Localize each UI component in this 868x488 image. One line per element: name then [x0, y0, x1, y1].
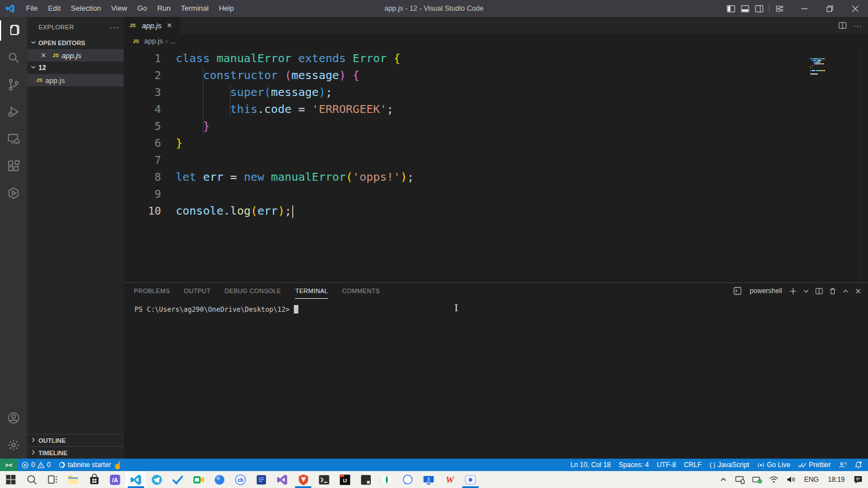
clock[interactable]: 18:19: [825, 476, 848, 483]
close-tab-icon[interactable]: ✕: [165, 21, 174, 29]
activity-run-debug-icon[interactable]: [0, 98, 27, 125]
code-editor[interactable]: 1class manualError extends Error {2 cons…: [124, 49, 868, 282]
terminal-shell-icon: [734, 287, 741, 295]
feedback-button[interactable]: [835, 459, 850, 471]
show-hidden-icons-button[interactable]: [717, 471, 730, 488]
toggle-sidebar-icon[interactable]: [727, 5, 735, 13]
menu-help[interactable]: Help: [214, 0, 239, 17]
editor-more-actions-icon[interactable]: ···: [853, 21, 862, 30]
taskbar-blue-check-app-icon[interactable]: [167, 471, 188, 488]
eol-status[interactable]: CRLF: [680, 459, 705, 471]
maximize-panel-icon[interactable]: [843, 288, 849, 294]
breadcrumb-symbol[interactable]: ...: [170, 37, 176, 45]
explorer-more-actions-icon[interactable]: ···: [110, 23, 119, 32]
tab-appjs[interactable]: JS app.js ✕: [124, 17, 180, 34]
open-editor-item-appjs[interactable]: ✕ JS app.js: [27, 49, 124, 62]
cast-device-icon[interactable]: [734, 471, 747, 488]
menu-file[interactable]: File: [21, 0, 43, 17]
activity-source-control-icon[interactable]: [0, 71, 27, 98]
terminal[interactable]: PS C:\Users\ag290\OneDrive\Desktop\12> I: [124, 299, 868, 459]
panel-tab-problems[interactable]: PROBLEMS: [134, 284, 170, 299]
outline-section[interactable]: OUTLINE: [27, 434, 124, 446]
taskbar-leaf-app-icon[interactable]: [376, 471, 397, 488]
taskbar-blue-circle-app-icon[interactable]: [209, 471, 230, 488]
taskbar-signal-icon[interactable]: [397, 471, 418, 488]
split-editor-icon[interactable]: [839, 21, 847, 29]
panel-tab-output[interactable]: OUTPUT: [184, 284, 211, 299]
toggle-panel-icon[interactable]: [741, 5, 749, 13]
menu-terminal[interactable]: Terminal: [176, 0, 214, 17]
taskbar-dark-app-icon[interactable]: [355, 471, 376, 488]
taskbar-start-icon[interactable]: [0, 471, 21, 488]
problems-status[interactable]: 0 0: [18, 459, 54, 471]
taskbar-file-explorer-icon[interactable]: [63, 471, 84, 488]
activity-search-icon[interactable]: [0, 44, 27, 71]
scrollbar-track[interactable]: [860, 49, 860, 282]
taskbar-telegram-icon[interactable]: [146, 471, 167, 488]
language-status[interactable]: { } JavaScript: [706, 459, 753, 471]
remote-indicator[interactable]: ><: [0, 459, 18, 471]
menu-go[interactable]: Go: [132, 0, 152, 17]
braces-icon: { }: [710, 461, 715, 468]
minimize-button[interactable]: [792, 0, 817, 17]
new-terminal-icon[interactable]: [789, 287, 797, 295]
system-tray: ENG 18:19: [717, 471, 868, 488]
taskbar-shield-app-icon[interactable]: [293, 471, 314, 488]
taskbar-vscode-icon[interactable]: [125, 471, 146, 488]
launch-profile-chevron-icon[interactable]: [803, 288, 809, 294]
customize-layout-icon[interactable]: [775, 5, 784, 13]
toggle-secondary-sidebar-icon[interactable]: [755, 5, 763, 13]
tabnine-status[interactable]: tabnine starter ☝: [55, 459, 127, 471]
cursor-position-status[interactable]: Ln 10, Col 18: [566, 459, 614, 471]
taskbar-taskbar-search-icon[interactable]: [21, 471, 42, 488]
activity-account-icon[interactable]: [0, 404, 27, 432]
menu-view[interactable]: View: [106, 0, 132, 17]
input-language[interactable]: ENG: [801, 476, 822, 483]
taskbar-purple-a-app-icon[interactable]: /A: [105, 471, 125, 488]
activity-hexagon-play-icon[interactable]: [0, 180, 27, 207]
kill-terminal-trash-icon[interactable]: [829, 287, 836, 295]
panel-tab-debug-console[interactable]: DEBUG CONSOLE: [225, 284, 281, 299]
taskbar-store-icon[interactable]: [84, 471, 105, 488]
prettier-status[interactable]: Prettier: [794, 459, 835, 471]
taskbar-command-prompt-icon[interactable]: [314, 471, 335, 488]
taskbar-task-view-icon[interactable]: [42, 471, 63, 488]
activity-settings-icon[interactable]: [0, 432, 27, 459]
taskbar-visual-studio-icon[interactable]: [272, 471, 293, 488]
wifi-icon[interactable]: [767, 471, 781, 488]
indentation-status[interactable]: Spaces: 4: [615, 459, 653, 471]
notifications-button[interactable]: [850, 459, 868, 471]
taskbar-screen-recorder-icon[interactable]: [460, 471, 481, 488]
taskbar-meet-icon[interactable]: [188, 471, 209, 488]
encoding-status[interactable]: UTF-8: [653, 459, 680, 471]
open-editors-section[interactable]: OPEN EDITORS: [27, 37, 124, 49]
menu-selection[interactable]: Selection: [66, 0, 106, 17]
action-center-icon[interactable]: [851, 471, 865, 488]
menu-run[interactable]: Run: [152, 0, 176, 17]
taskbar-remote-desktop-icon[interactable]: [418, 471, 439, 488]
taskbar-cb-app-icon[interactable]: cb: [230, 471, 251, 488]
close-panel-icon[interactable]: [855, 288, 861, 294]
file-item-appjs[interactable]: JS app.js: [27, 74, 124, 86]
taskbar-intellij-icon[interactable]: IJ: [335, 471, 355, 488]
menu-edit[interactable]: Edit: [43, 0, 66, 17]
taskbar-blue-document-app-icon[interactable]: [251, 471, 272, 488]
restore-button[interactable]: [817, 0, 843, 17]
shell-label[interactable]: powershell: [750, 287, 782, 295]
taskbar-wps-office-icon[interactable]: W: [439, 471, 460, 488]
folder-section-12[interactable]: 12: [27, 62, 124, 74]
close-editor-icon[interactable]: ✕: [39, 51, 48, 59]
go-live-status[interactable]: Go Live: [753, 459, 794, 471]
minimap[interactable]: [810, 51, 842, 68]
panel-tab-comments[interactable]: COMMENTS: [342, 284, 380, 299]
tray-app-green-badge-icon[interactable]: [750, 471, 764, 488]
timeline-section[interactable]: TIMELINE: [27, 446, 124, 459]
activity-remote-explorer-icon[interactable]: [0, 125, 27, 152]
breadcrumb-file[interactable]: app.js: [144, 37, 163, 45]
panel-tab-terminal[interactable]: TERMINAL: [295, 284, 328, 299]
split-terminal-icon[interactable]: [815, 287, 823, 295]
activity-extensions-icon[interactable]: [0, 152, 27, 180]
volume-icon[interactable]: [784, 471, 798, 488]
close-window-button[interactable]: [843, 0, 868, 17]
activity-explorer-icon[interactable]: [0, 17, 27, 44]
